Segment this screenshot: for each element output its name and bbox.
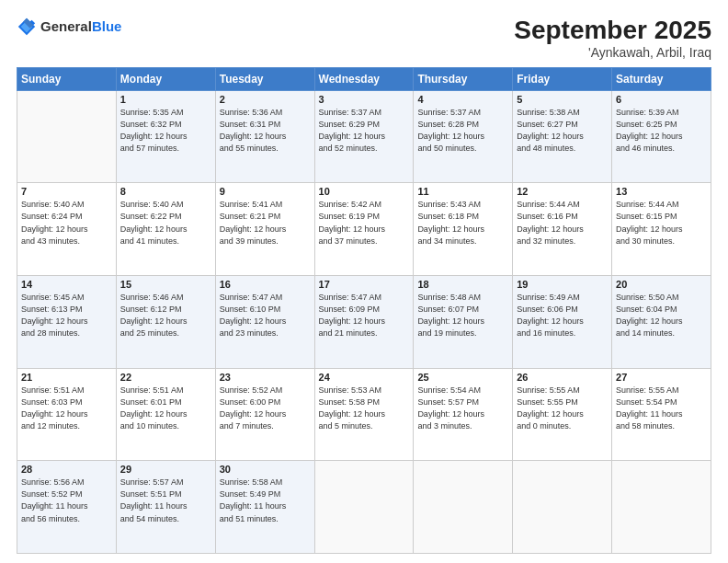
- calendar-header-tuesday: Tuesday: [215, 67, 314, 90]
- day-info: Sunrise: 5:51 AM Sunset: 6:01 PM Dayligh…: [120, 385, 211, 432]
- calendar-cell: 3Sunrise: 5:37 AM Sunset: 6:29 PM Daylig…: [314, 90, 414, 183]
- day-number: 22: [120, 372, 211, 383]
- day-info: Sunrise: 5:42 AM Sunset: 6:19 PM Dayligh…: [319, 199, 410, 247]
- day-number: 1: [120, 94, 211, 105]
- day-number: 15: [120, 279, 211, 290]
- day-number: 9: [220, 186, 311, 197]
- calendar-cell: 29Sunrise: 5:57 AM Sunset: 5:51 PM Dayli…: [116, 461, 215, 554]
- calendar-cell: 24Sunrise: 5:53 AM Sunset: 5:58 PM Dayli…: [314, 368, 414, 461]
- calendar-row-3: 21Sunrise: 5:51 AM Sunset: 6:03 PM Dayli…: [17, 368, 711, 461]
- day-info: Sunrise: 5:55 AM Sunset: 5:54 PM Dayligh…: [616, 385, 707, 432]
- day-number: 29: [120, 464, 211, 475]
- day-number: 4: [417, 94, 508, 105]
- day-number: 6: [616, 94, 707, 105]
- calendar-row-4: 28Sunrise: 5:56 AM Sunset: 5:52 PM Dayli…: [17, 461, 711, 554]
- day-info: Sunrise: 5:41 AM Sunset: 6:21 PM Dayligh…: [220, 199, 311, 247]
- day-info: Sunrise: 5:56 AM Sunset: 5:52 PM Dayligh…: [21, 477, 112, 524]
- day-number: 10: [319, 186, 410, 197]
- calendar-cell: 27Sunrise: 5:55 AM Sunset: 5:54 PM Dayli…: [612, 368, 711, 461]
- day-info: Sunrise: 5:37 AM Sunset: 6:28 PM Dayligh…: [417, 107, 508, 155]
- day-info: Sunrise: 5:50 AM Sunset: 6:04 PM Dayligh…: [616, 292, 707, 339]
- calendar-cell: 10Sunrise: 5:42 AM Sunset: 6:19 PM Dayli…: [314, 183, 414, 276]
- day-info: Sunrise: 5:48 AM Sunset: 6:07 PM Dayligh…: [417, 292, 508, 339]
- day-number: 5: [517, 94, 608, 105]
- calendar-cell: 23Sunrise: 5:52 AM Sunset: 6:00 PM Dayli…: [215, 368, 314, 461]
- day-info: Sunrise: 5:47 AM Sunset: 6:09 PM Dayligh…: [319, 292, 410, 339]
- day-info: Sunrise: 5:58 AM Sunset: 5:49 PM Dayligh…: [220, 477, 311, 524]
- day-number: 12: [517, 186, 608, 197]
- day-info: Sunrise: 5:43 AM Sunset: 6:18 PM Dayligh…: [417, 199, 508, 247]
- calendar-header-monday: Monday: [116, 67, 215, 90]
- calendar-cell: 25Sunrise: 5:54 AM Sunset: 5:57 PM Dayli…: [414, 368, 513, 461]
- day-number: 25: [417, 372, 508, 383]
- day-number: 8: [120, 186, 211, 197]
- calendar-cell: [17, 90, 117, 183]
- calendar-cell: 20Sunrise: 5:50 AM Sunset: 6:04 PM Dayli…: [612, 276, 711, 369]
- logo: General Blue: [17, 17, 121, 37]
- calendar-cell: 6Sunrise: 5:39 AM Sunset: 6:25 PM Daylig…: [612, 90, 711, 183]
- calendar-cell: 28Sunrise: 5:56 AM Sunset: 5:52 PM Dayli…: [17, 461, 117, 554]
- calendar-cell: [414, 461, 513, 554]
- calendar-header-sunday: Sunday: [17, 67, 117, 90]
- header: General Blue September 2025 'Aynkawah, A…: [17, 17, 711, 60]
- calendar-cell: [612, 461, 711, 554]
- day-info: Sunrise: 5:40 AM Sunset: 6:24 PM Dayligh…: [21, 199, 112, 247]
- calendar-cell: 17Sunrise: 5:47 AM Sunset: 6:09 PM Dayli…: [314, 276, 414, 369]
- day-info: Sunrise: 5:44 AM Sunset: 6:16 PM Dayligh…: [517, 199, 608, 247]
- calendar-cell: 1Sunrise: 5:35 AM Sunset: 6:32 PM Daylig…: [116, 90, 215, 183]
- calendar-cell: 8Sunrise: 5:40 AM Sunset: 6:22 PM Daylig…: [116, 183, 215, 276]
- day-info: Sunrise: 5:51 AM Sunset: 6:03 PM Dayligh…: [21, 385, 112, 432]
- calendar-header-thursday: Thursday: [414, 67, 513, 90]
- title-block: September 2025 'Aynkawah, Arbil, Iraq: [514, 17, 711, 60]
- calendar-cell: 12Sunrise: 5:44 AM Sunset: 6:16 PM Dayli…: [513, 183, 612, 276]
- day-number: 14: [21, 279, 112, 290]
- day-info: Sunrise: 5:54 AM Sunset: 5:57 PM Dayligh…: [417, 385, 508, 432]
- logo-general: General: [40, 19, 92, 35]
- calendar-row-2: 14Sunrise: 5:45 AM Sunset: 6:13 PM Dayli…: [17, 276, 711, 369]
- calendar-header-saturday: Saturday: [612, 67, 711, 90]
- day-number: 21: [21, 372, 112, 383]
- day-info: Sunrise: 5:35 AM Sunset: 6:32 PM Dayligh…: [120, 107, 211, 155]
- calendar-cell: 2Sunrise: 5:36 AM Sunset: 6:31 PM Daylig…: [215, 90, 314, 183]
- calendar-title: September 2025: [514, 17, 711, 45]
- day-info: Sunrise: 5:36 AM Sunset: 6:31 PM Dayligh…: [220, 107, 311, 155]
- calendar-header-friday: Friday: [513, 67, 612, 90]
- day-number: 24: [319, 372, 410, 383]
- day-info: Sunrise: 5:40 AM Sunset: 6:22 PM Dayligh…: [120, 199, 211, 247]
- calendar-cell: [513, 461, 612, 554]
- day-number: 13: [616, 186, 707, 197]
- page: General Blue September 2025 'Aynkawah, A…: [0, 0, 728, 563]
- day-number: 11: [417, 186, 508, 197]
- calendar-cell: 19Sunrise: 5:49 AM Sunset: 6:06 PM Dayli…: [513, 276, 612, 369]
- day-info: Sunrise: 5:57 AM Sunset: 5:51 PM Dayligh…: [120, 477, 211, 524]
- calendar-cell: 5Sunrise: 5:38 AM Sunset: 6:27 PM Daylig…: [513, 90, 612, 183]
- calendar-cell: 4Sunrise: 5:37 AM Sunset: 6:28 PM Daylig…: [414, 90, 513, 183]
- day-info: Sunrise: 5:49 AM Sunset: 6:06 PM Dayligh…: [517, 292, 608, 339]
- day-number: 17: [319, 279, 410, 290]
- calendar-row-1: 7Sunrise: 5:40 AM Sunset: 6:24 PM Daylig…: [17, 183, 711, 276]
- calendar-cell: 22Sunrise: 5:51 AM Sunset: 6:01 PM Dayli…: [116, 368, 215, 461]
- day-info: Sunrise: 5:46 AM Sunset: 6:12 PM Dayligh…: [120, 292, 211, 339]
- day-number: 20: [616, 279, 707, 290]
- day-number: 18: [417, 279, 508, 290]
- day-number: 30: [220, 464, 311, 475]
- day-info: Sunrise: 5:45 AM Sunset: 6:13 PM Dayligh…: [21, 292, 112, 339]
- day-number: 7: [21, 186, 112, 197]
- calendar-header-wednesday: Wednesday: [314, 67, 414, 90]
- calendar-header-row: SundayMondayTuesdayWednesdayThursdayFrid…: [17, 67, 711, 90]
- day-number: 26: [517, 372, 608, 383]
- day-info: Sunrise: 5:39 AM Sunset: 6:25 PM Dayligh…: [616, 107, 707, 155]
- calendar-table: SundayMondayTuesdayWednesdayThursdayFrid…: [17, 67, 711, 554]
- calendar-cell: 18Sunrise: 5:48 AM Sunset: 6:07 PM Dayli…: [414, 276, 513, 369]
- calendar-cell: 30Sunrise: 5:58 AM Sunset: 5:49 PM Dayli…: [215, 461, 314, 554]
- calendar-cell: 26Sunrise: 5:55 AM Sunset: 5:55 PM Dayli…: [513, 368, 612, 461]
- day-info: Sunrise: 5:38 AM Sunset: 6:27 PM Dayligh…: [517, 107, 608, 155]
- calendar-cell: 16Sunrise: 5:47 AM Sunset: 6:10 PM Dayli…: [215, 276, 314, 369]
- day-number: 28: [21, 464, 112, 475]
- day-number: 23: [220, 372, 311, 383]
- calendar-cell: 9Sunrise: 5:41 AM Sunset: 6:21 PM Daylig…: [215, 183, 314, 276]
- logo-blue: Blue: [92, 19, 122, 35]
- calendar-cell: [314, 461, 414, 554]
- day-info: Sunrise: 5:44 AM Sunset: 6:15 PM Dayligh…: [616, 199, 707, 247]
- day-number: 19: [517, 279, 608, 290]
